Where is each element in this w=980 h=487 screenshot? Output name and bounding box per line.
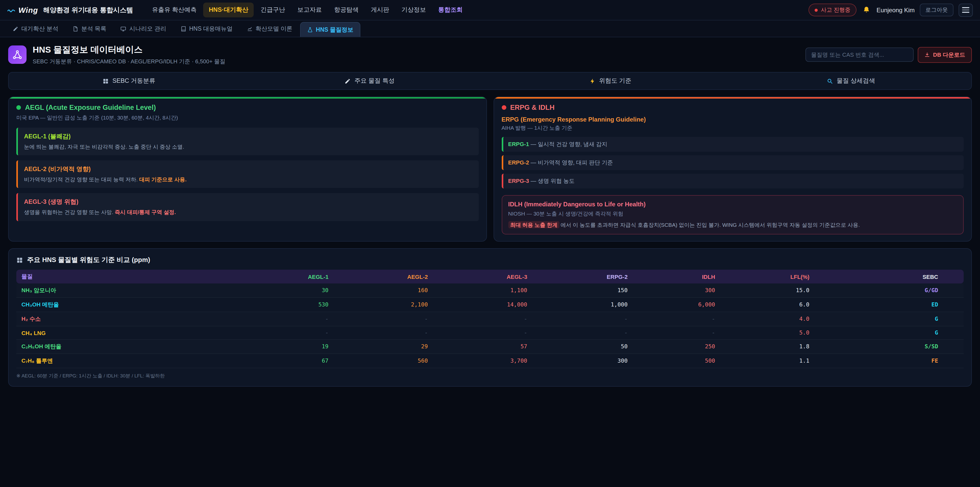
sebc-code: ED: [815, 298, 964, 312]
logo-text: Wing: [18, 6, 38, 14]
aegl-panel-title: AEGL (Acute Exposure Guideline Level): [25, 104, 156, 111]
page-header: HNS 물질정보 데이터베이스 SEBC 거동분류 · CHRIS/CAMEO …: [0, 37, 980, 70]
idlh-description: 최대 허용 노출 한계에서 이 농도를 초과하면 자급식 호흡장치(SCBA) …: [508, 220, 957, 229]
incident-dot-icon: [815, 8, 818, 11]
molecule-icon: [8, 45, 27, 64]
nav-item-hns-dispersion[interactable]: HNS·대기확산: [203, 3, 254, 18]
header-actions: DB 다운로드: [805, 47, 972, 62]
col-erpg2: ERPG-2: [532, 270, 633, 284]
page-title: HNS 물질정보 데이터베이스: [33, 44, 225, 56]
aegl-panel: AEGL (Acute Exposure Guideline Level) 미국…: [8, 97, 487, 242]
nav-item-weather[interactable]: 기상정보: [396, 3, 431, 18]
substance-name: NH₃ 암모니아: [16, 284, 234, 298]
table-title: 주요 HNS 물질별 위험도 기준 비교 (ppm): [16, 255, 964, 265]
section-sebc-classification[interactable]: SEBC 거동분류: [9, 72, 249, 89]
criteria-panels: AEGL (Acute Exposure Guideline Level) 미국…: [8, 97, 972, 242]
table-footnote: ※ AEGL: 60분 기준 / ERPG: 1시간 노출 / IDLH: 30…: [16, 373, 964, 380]
page-subtitle: SEBC 거동분류 · CHRIS/CAMEO DB · AEGL/ERPG/I…: [33, 58, 225, 65]
nav-item-oil-spill[interactable]: 유출유 확산예측: [146, 3, 202, 18]
section-hazard-criteria[interactable]: 위험도 기준: [490, 72, 731, 89]
nav-item-board[interactable]: 게시판: [365, 3, 395, 18]
nav-item-reports[interactable]: 보고자료: [292, 3, 328, 18]
aegl-3-item: AEGL-3 (생명 위협) 생명을 위협하는 건강 영향 또는 사망. 즉시 …: [16, 193, 479, 221]
sebc-code: G: [815, 326, 964, 340]
table-row: C₂H₅OH 에탄올 19 29 57 50 250 1.8 S/SD: [16, 340, 964, 354]
erpg-red-dot-icon: [501, 105, 506, 110]
flask-icon: [307, 27, 313, 32]
col-lfl: LFL(%): [720, 270, 815, 284]
brand-logo[interactable]: Wing 해양환경 위기대응 통합시스템: [7, 5, 133, 14]
aegl-panel-subtitle: 미국 EPA — 일반인 급성 노출 기준 (10분, 30분, 60분, 4시…: [16, 114, 479, 121]
table-header-row: 물질 AEGL-1 AEGL-2 AEGL-3 ERPG-2 IDLH LFL(…: [16, 270, 964, 284]
erpg-panel-title: ERPG & IDLH: [510, 104, 555, 111]
logout-button[interactable]: 로그아웃: [920, 3, 953, 16]
col-idlh: IDLH: [633, 270, 720, 284]
grid-icon: [16, 257, 23, 263]
hamburger-menu-button[interactable]: [959, 3, 973, 17]
col-aegl2: AEGL-2: [334, 270, 433, 284]
table-row: C₇H₈ 톨루엔 67 560 3,700 300 500 1.1 FE: [16, 354, 964, 368]
nav-item-aerial-search[interactable]: 항공탐색: [328, 3, 364, 18]
grid-icon: [103, 78, 109, 84]
tab-analysis-list[interactable]: 분석 목록: [66, 21, 113, 37]
nav-item-integrated-search[interactable]: 통합조회: [433, 3, 468, 18]
monitor-icon: [121, 26, 126, 31]
tab-scenario-management[interactable]: 시나리오 관리: [114, 21, 173, 37]
sub-tab-bar: 대기확산 분석 분석 목록 시나리오 관리 HNS 대응매뉴얼 확산모델 이론 …: [0, 21, 980, 37]
wing-logo-icon: [7, 6, 15, 14]
substance-name: CH₄ LNG: [16, 326, 234, 340]
aegl-1-item: AEGL-1 (불쾌감) 눈에 띄는 불쾌감, 자극 또는 비감각적 증상. 노…: [16, 128, 479, 155]
incident-badge-label: 사고 진행중: [821, 6, 850, 14]
document-icon: [73, 26, 78, 31]
section-substance-search[interactable]: 물질 상세검색: [731, 72, 971, 89]
pencil-icon: [13, 26, 18, 31]
substance-name: CH₃OH 메탄올: [16, 298, 234, 312]
col-substance: 물질: [16, 270, 234, 284]
sebc-code: FE: [815, 354, 964, 368]
erpg-1-row: ERPG-1 — 일시적 건강 영향, 냄새 감지: [501, 137, 964, 152]
user-name: Eunjeong Kim: [877, 6, 915, 14]
section-substance-properties[interactable]: 주요 물질 특성: [249, 72, 490, 89]
db-download-button[interactable]: DB 다운로드: [918, 47, 972, 62]
notification-bell-button[interactable]: [862, 5, 872, 15]
download-icon: [924, 52, 930, 57]
tab-hns-response-manual[interactable]: HNS 대응매뉴얼: [174, 21, 239, 37]
erpg-section-title: ERPG (Emergency Response Planning Guidel…: [501, 116, 964, 123]
col-aegl3: AEGL-3: [433, 270, 532, 284]
pencil-icon: [345, 78, 351, 84]
incident-status-badge[interactable]: 사고 진행중: [808, 3, 856, 16]
sebc-code: S/SD: [815, 340, 964, 354]
idlh-subtitle: NIOSH — 30분 노출 시 생명/건강에 즉각적 위험: [508, 211, 957, 217]
page-titles: HNS 물질정보 데이터베이스 SEBC 거동분류 · CHRIS/CAMEO …: [33, 44, 225, 65]
chart-icon: [247, 26, 252, 31]
book-icon: [180, 26, 186, 31]
nav-item-emergency-rescue[interactable]: 긴급구난: [255, 3, 291, 18]
substance-name: H₂ 수소: [16, 312, 234, 326]
tab-dispersion-model-theory[interactable]: 확산모델 이론: [240, 21, 299, 37]
table-row: CH₃OH 메탄올 530 2,100 14,000 1,000 6,000 6…: [16, 298, 964, 312]
tab-dispersion-analysis[interactable]: 대기확산 분석: [6, 21, 65, 37]
substance-search-input[interactable]: [805, 48, 914, 62]
section-nav: SEBC 거동분류 주요 물질 특성 위험도 기준 물질 상세검색: [8, 72, 972, 90]
bell-icon: [863, 6, 870, 14]
idlh-info-box: IDLH (Immediately Dangerous to Life or H…: [501, 195, 964, 235]
search-icon: [827, 78, 833, 84]
table-row: H₂ 수소 - - - - - 4.0 G: [16, 312, 964, 326]
nav-right-area: 사고 진행중 Eunjeong Kim 로그아웃: [808, 3, 973, 17]
table-row: NH₃ 암모니아 30 160 1,100 150 300 15.0 G/GD: [16, 284, 964, 298]
lightning-icon: [589, 78, 595, 84]
hazard-comparison-table-card: 주요 HNS 물질별 위험도 기준 비교 (ppm) 물질 AEGL-1 AEG…: [8, 249, 972, 387]
erpg-idlh-panel: ERPG & IDLH ERPG (Emergency Response Pla…: [493, 97, 972, 242]
sebc-code: G/GD: [815, 284, 964, 298]
idlh-title: IDLH (Immediately Dangerous to Life or H…: [508, 201, 957, 208]
main-navigation: 유출유 확산예측 HNS·대기확산 긴급구난 보고자료 항공탐색 게시판 기상정…: [146, 3, 468, 18]
table-row: CH₄ LNG - - - - - 5.0 G: [16, 326, 964, 340]
erpg-section-subtitle: AIHA 발행 — 1시간 노출 기준: [501, 125, 964, 132]
top-navigation-bar: Wing 해양환경 위기대응 통합시스템 유출유 확산예측 HNS·대기확산 긴…: [0, 0, 980, 21]
col-sebc: SEBC: [815, 270, 964, 284]
col-aegl1: AEGL-1: [234, 270, 334, 284]
substance-name: C₂H₅OH 에탄올: [16, 340, 234, 354]
tab-hns-substance-info[interactable]: HNS 물질정보: [300, 22, 361, 37]
sebc-code: G: [815, 312, 964, 326]
erpg-2-row: ERPG-2 — 비가역적 영향, 대피 판단 기준: [501, 155, 964, 170]
